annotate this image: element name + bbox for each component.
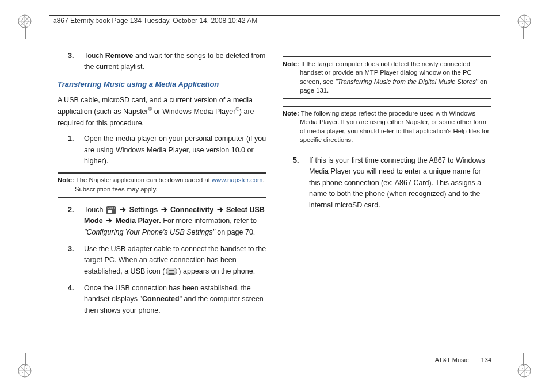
corner-ornament-tr [517,14,532,29]
page-footer: AT&T Music 134 [435,356,491,363]
step-3-remove: 3. Touch Remove and wait for the songs t… [58,51,266,73]
step-body: Once the USB connection has been establi… [84,283,266,316]
arrow-icon: ➔ [106,217,112,225]
footer-section: AT&T Music [435,356,469,363]
italic-ref: "Configuring Your Phone's USB Settings" [84,228,217,236]
step-body: Touch ➔ Settings ➔ Connectivity ➔ Select… [84,205,266,238]
document-page: a867 Eternity.book Page 134 Tuesday, Oct… [0,0,549,392]
note-text: The Napster application can be downloade… [76,176,212,183]
step-5: 5. If this is your first time connecting… [283,155,491,211]
note-mtp: Note: If the target computer does not de… [283,56,491,99]
bold-media-player: Media Player. [116,217,161,225]
arrow-icon: ➔ [217,206,223,214]
corner-ornament-br [517,363,532,378]
crop-mark [33,378,46,378]
bold-connected: Connected [142,295,180,303]
note-wmp: Note: The following steps reflect the pr… [283,106,491,148]
crop-mark [25,26,26,39]
bold-settings: Settings [129,206,158,214]
running-header: a867 Eternity.book Page 134 Tuesday, Oct… [49,15,500,26]
step-2: 2. Touch ➔ Settings ➔ Connectivity ➔ Sel… [58,205,266,238]
bold-remove: Remove [105,52,134,60]
napster-link[interactable]: www.napster.com [212,176,263,183]
text: Touch [84,52,105,60]
step-3-usb: 3. Use the USB adapter cable to connect … [58,244,266,277]
step-number: 1. [68,133,84,167]
note-label: Note: [58,176,74,183]
step-body: Touch Remove and wait for the songs to b… [84,51,266,73]
arrow-icon: ➔ [120,206,126,214]
note-text: The following steps reflect the procedur… [300,110,489,143]
step-number: 2. [68,205,84,238]
crop-mark [25,353,26,366]
bold-connectivity: Connectivity [170,206,214,214]
content-columns: 3. Touch Remove and wait for the songs t… [58,51,491,358]
note-napster: Note: The Napster application can be dow… [58,172,266,198]
italic-ref: "Transferring Music from the Digital Mus… [336,78,478,85]
intro-paragraph: A USB cable, microSD card, and a current… [58,95,266,129]
note-label: Note: [283,60,299,67]
step-body: Open the media player on your personal c… [84,133,266,167]
note-label: Note: [283,110,299,117]
footer-page-number: 134 [481,356,491,363]
text: Touch [84,206,105,214]
menu-icon [106,206,116,214]
step-number: 4. [68,283,84,316]
step-number: 3. [68,244,84,277]
crop-mark [503,14,516,14]
left-column: 3. Touch Remove and wait for the songs t… [58,51,266,358]
step-body: Use the USB adapter cable to connect the… [84,244,266,277]
text: or Windows Media Player [152,107,235,116]
crop-mark [523,26,524,39]
running-header-text: a867 Eternity.book Page 134 Tuesday, Oct… [53,17,257,25]
step-number: 5. [293,155,309,211]
step-1: 1. Open the media player on your persona… [58,133,266,167]
crop-mark [523,353,524,366]
section-heading-transferring: Transferring Music using a Media Applica… [58,79,266,90]
right-column: Note: If the target computer does not de… [283,51,491,358]
step-number: 3. [68,51,84,73]
step-4: 4. Once the USB connection has been esta… [58,283,266,316]
text: on page 70. [217,228,255,236]
corner-ornament-tl [17,14,32,29]
crop-mark [503,378,516,378]
corner-ornament-bl [17,363,32,378]
step-body: If this is your first time connecting th… [309,155,491,211]
usb-icon [166,268,177,275]
text: For more information, refer to [163,217,257,225]
arrow-icon: ➔ [161,206,167,214]
crop-mark [33,14,46,14]
text: ) appears on the phone. [178,267,255,275]
